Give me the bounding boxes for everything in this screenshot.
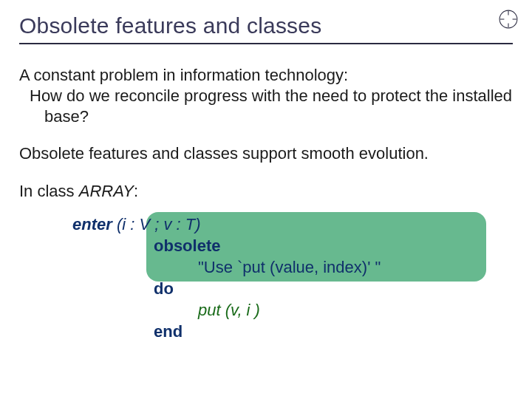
smooth-line: Obsolete features and classes support sm… <box>19 143 513 164</box>
code-sig-name: enter <box>72 215 112 233</box>
code-block: enter (i : V ; v : T) obsolete "Use `put… <box>72 214 513 342</box>
code-call: put (v, i ) <box>72 299 513 321</box>
class-line-prefix: In class <box>19 182 79 200</box>
class-line-suffix: : <box>134 182 138 200</box>
question-line: How do we reconcile progress with the ne… <box>30 86 513 127</box>
logo-icon <box>498 9 519 30</box>
class-name: ARRAY <box>79 182 134 200</box>
page-title: Obsolete features and classes <box>19 13 513 44</box>
code-do-kw: do <box>72 278 513 299</box>
intro-line: A constant problem in information techno… <box>19 65 513 86</box>
code-obsolete-kw: obsolete <box>72 235 513 256</box>
code-obsolete-msg: "Use `put (value, index)' " <box>72 256 513 278</box>
code-sig: enter (i : V ; v : T) <box>72 214 513 235</box>
slide-body: A constant problem in information techno… <box>19 65 513 342</box>
slide: Obsolete features and classes A constant… <box>0 0 532 399</box>
code-sig-args: (i : V ; v : T) <box>112 215 201 233</box>
code-end-kw: end <box>72 321 513 342</box>
class-line: In class ARRAY: <box>19 181 513 202</box>
